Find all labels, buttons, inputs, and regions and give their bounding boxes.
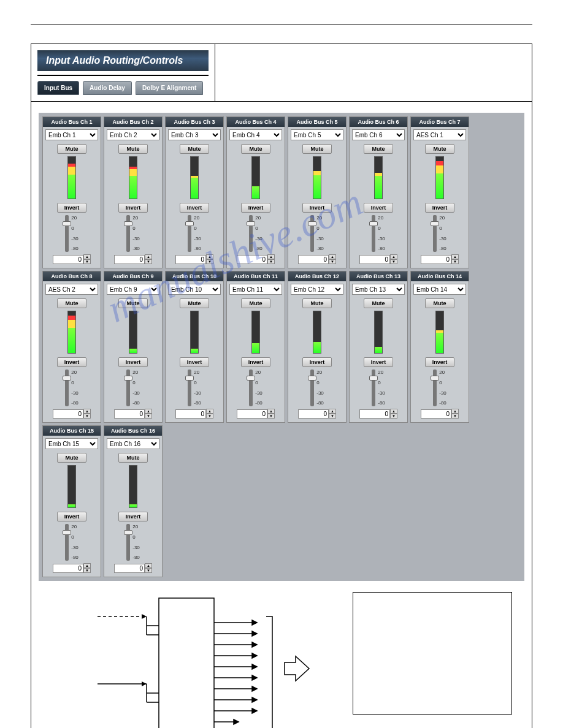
gain-fader[interactable]: 200-30-80: [372, 215, 385, 252]
invert-button[interactable]: Invert: [180, 357, 209, 367]
mute-button[interactable]: Mute: [241, 144, 270, 154]
invert-button[interactable]: Invert: [302, 357, 332, 367]
invert-button[interactable]: Invert: [241, 203, 270, 213]
spin-down-icon[interactable]: ▼: [390, 259, 397, 264]
spin-down-icon[interactable]: ▼: [83, 259, 91, 264]
invert-button[interactable]: Invert: [57, 203, 86, 213]
spin-down-icon[interactable]: ▼: [83, 568, 91, 573]
gain-fader[interactable]: 200-30-80: [126, 215, 140, 252]
mute-button[interactable]: Mute: [57, 298, 86, 308]
source-select[interactable]: Emb Ch 6: [352, 129, 405, 140]
source-select[interactable]: Emb Ch 2: [107, 129, 159, 140]
gain-spinbox[interactable]: ▲▼: [359, 254, 397, 264]
source-select[interactable]: Emb Ch 10: [168, 284, 221, 295]
tab-input-bus[interactable]: Input Bus: [37, 81, 79, 95]
gain-fader[interactable]: 200-30-80: [188, 215, 201, 252]
spin-up-icon[interactable]: ▲: [206, 409, 213, 414]
source-select[interactable]: Emb Ch 4: [229, 129, 282, 140]
source-select[interactable]: Emb Ch 11: [229, 284, 282, 295]
spin-down-icon[interactable]: ▼: [206, 259, 213, 264]
gain-spinbox[interactable]: ▲▼: [114, 409, 152, 419]
mute-button[interactable]: Mute: [241, 298, 270, 308]
spin-up-icon[interactable]: ▲: [329, 254, 336, 259]
spin-down-icon[interactable]: ▼: [329, 259, 336, 264]
invert-button[interactable]: Invert: [118, 203, 148, 213]
mute-button[interactable]: Mute: [302, 144, 332, 154]
spin-down-icon[interactable]: ▼: [329, 414, 336, 419]
mute-button[interactable]: Mute: [425, 298, 454, 308]
invert-button[interactable]: Invert: [57, 512, 86, 521]
mute-button[interactable]: Mute: [57, 453, 86, 463]
source-select[interactable]: AES Ch 2: [45, 284, 98, 295]
invert-button[interactable]: Invert: [364, 203, 393, 213]
source-select[interactable]: Emb Ch 1: [45, 129, 98, 140]
gain-spinbox[interactable]: ▲▼: [53, 563, 91, 573]
spin-up-icon[interactable]: ▲: [83, 563, 91, 568]
gain-fader[interactable]: 200-30-80: [433, 215, 446, 252]
gain-spinbox[interactable]: ▲▼: [421, 409, 459, 419]
source-select[interactable]: Emb Ch 15: [45, 438, 98, 449]
source-select[interactable]: AES Ch 1: [413, 129, 466, 140]
gain-fader[interactable]: 200-30-80: [310, 215, 324, 252]
source-select[interactable]: Emb Ch 3: [168, 129, 221, 140]
invert-button[interactable]: Invert: [57, 357, 86, 367]
gain-spinbox[interactable]: ▲▼: [237, 254, 275, 264]
spin-down-icon[interactable]: ▼: [390, 414, 397, 419]
spin-down-icon[interactable]: ▼: [451, 259, 459, 264]
gain-spinbox[interactable]: ▲▼: [53, 254, 91, 264]
gain-fader[interactable]: 200-30-80: [65, 524, 79, 561]
gain-spinbox[interactable]: ▲▼: [114, 254, 152, 264]
mute-button[interactable]: Mute: [57, 144, 86, 154]
mute-button[interactable]: Mute: [364, 298, 393, 308]
invert-button[interactable]: Invert: [425, 203, 454, 213]
gain-spinbox[interactable]: ▲▼: [53, 409, 91, 419]
mute-button[interactable]: Mute: [425, 144, 454, 154]
mute-button[interactable]: Mute: [180, 298, 209, 308]
gain-fader[interactable]: 200-30-80: [310, 370, 324, 406]
spin-up-icon[interactable]: ▲: [206, 254, 213, 259]
spin-down-icon[interactable]: ▼: [267, 414, 275, 419]
gain-fader[interactable]: 200-30-80: [433, 370, 446, 406]
spin-down-icon[interactable]: ▼: [83, 414, 91, 419]
invert-button[interactable]: Invert: [118, 357, 148, 367]
spin-up-icon[interactable]: ▲: [83, 409, 91, 414]
invert-button[interactable]: Invert: [180, 203, 209, 213]
gain-fader[interactable]: 200-30-80: [188, 370, 201, 406]
spin-down-icon[interactable]: ▼: [145, 568, 152, 573]
gain-fader[interactable]: 200-30-80: [249, 370, 262, 406]
spin-up-icon[interactable]: ▲: [267, 409, 275, 414]
spin-down-icon[interactable]: ▼: [451, 414, 459, 419]
spin-up-icon[interactable]: ▲: [83, 254, 91, 259]
gain-spinbox[interactable]: ▲▼: [298, 254, 336, 264]
spin-up-icon[interactable]: ▲: [390, 409, 397, 414]
invert-button[interactable]: Invert: [302, 203, 332, 213]
mute-button[interactable]: Mute: [118, 298, 148, 308]
gain-spinbox[interactable]: ▲▼: [298, 409, 336, 419]
gain-fader[interactable]: 200-30-80: [65, 215, 79, 252]
gain-fader[interactable]: 200-30-80: [372, 370, 385, 406]
spin-down-icon[interactable]: ▼: [267, 259, 275, 264]
source-select[interactable]: Emb Ch 16: [107, 438, 159, 449]
mute-button[interactable]: Mute: [118, 144, 148, 154]
mute-button[interactable]: Mute: [180, 144, 209, 154]
gain-spinbox[interactable]: ▲▼: [421, 254, 459, 264]
mute-button[interactable]: Mute: [364, 144, 393, 154]
spin-up-icon[interactable]: ▲: [390, 254, 397, 259]
spin-up-icon[interactable]: ▲: [267, 254, 275, 259]
spin-down-icon[interactable]: ▼: [145, 259, 152, 264]
tab-dolby-e-alignment[interactable]: Dolby E Alignment: [136, 81, 204, 95]
gain-spinbox[interactable]: ▲▼: [237, 409, 275, 419]
spin-up-icon[interactable]: ▲: [145, 563, 152, 568]
spin-up-icon[interactable]: ▲: [145, 254, 152, 259]
mute-button[interactable]: Mute: [118, 453, 148, 463]
spin-down-icon[interactable]: ▼: [206, 414, 213, 419]
gain-spinbox[interactable]: ▲▼: [175, 409, 213, 419]
spin-up-icon[interactable]: ▲: [451, 254, 459, 259]
spin-down-icon[interactable]: ▼: [145, 414, 152, 419]
source-select[interactable]: Emb Ch 12: [291, 284, 343, 295]
spin-up-icon[interactable]: ▲: [329, 409, 336, 414]
gain-fader[interactable]: 200-30-80: [126, 524, 140, 561]
mute-button[interactable]: Mute: [302, 298, 332, 308]
invert-button[interactable]: Invert: [425, 357, 454, 367]
gain-fader[interactable]: 200-30-80: [65, 370, 79, 406]
